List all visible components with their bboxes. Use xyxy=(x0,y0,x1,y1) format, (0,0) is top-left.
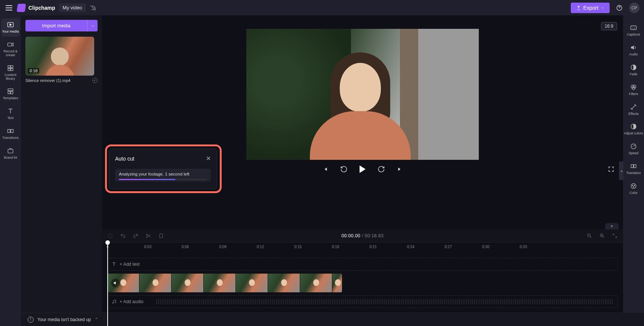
fullscreen-button[interactable] xyxy=(607,165,616,174)
progress-status: Analyzing your footage, 1 second left xyxy=(119,172,207,176)
ruler-tick: 0:30 xyxy=(482,245,489,249)
auto-cut-popup: Auto cut ✕ Analyzing your footage, 1 sec… xyxy=(109,149,217,189)
main-area: 16:9 Auto cut ✕ Analyzing your footage, … xyxy=(102,15,623,326)
rail-color[interactable]: Color xyxy=(624,180,643,198)
popup-close-button[interactable]: ✕ xyxy=(206,155,211,162)
logo-icon xyxy=(16,4,26,12)
app-name: Clipchamp xyxy=(28,5,55,11)
rail-fade[interactable]: Fade xyxy=(624,61,643,79)
svg-rect-12 xyxy=(8,149,13,153)
ruler-tick: 0:09 xyxy=(219,245,227,249)
media-clip-thumbnail[interactable]: 0:18 xyxy=(25,37,94,76)
ruler-tick: 0:06 xyxy=(182,245,189,249)
svg-rect-2 xyxy=(8,43,12,46)
timeline-collapse-button[interactable]: ▾ xyxy=(605,223,619,229)
ruler-tick: 0:15 xyxy=(295,245,302,249)
backup-message: Your media isn't backed up xyxy=(37,317,91,322)
nav-content-library[interactable]: Content library xyxy=(1,62,20,84)
right-panel-expand[interactable]: ◂ xyxy=(619,161,623,180)
crop-button[interactable] xyxy=(157,232,165,240)
zoom-in-button[interactable] xyxy=(598,232,606,240)
svg-point-31 xyxy=(631,183,636,188)
playhead[interactable] xyxy=(107,242,108,326)
text-icon xyxy=(6,107,15,115)
video-track-clip[interactable] xyxy=(107,274,342,292)
magic-tool[interactable] xyxy=(107,232,114,240)
nav-transitions[interactable]: Transitions xyxy=(1,125,20,143)
waveform-preview xyxy=(156,299,614,304)
rail-captions[interactable]: Captions xyxy=(624,21,643,40)
skip-end-button[interactable] xyxy=(395,165,404,174)
svg-point-16 xyxy=(147,237,148,238)
rail-adjust-colors[interactable]: Adjust colors xyxy=(624,120,643,138)
svg-rect-11 xyxy=(11,130,13,132)
speed-icon xyxy=(629,142,638,150)
warning-icon: ! xyxy=(28,317,34,323)
ruler-tick: 0:12 xyxy=(257,245,264,249)
nav-text[interactable]: Text xyxy=(1,105,20,123)
rail-audio[interactable]: Audio xyxy=(624,41,643,60)
clip-audio-icon[interactable] xyxy=(111,278,120,287)
clip-status-icon: ✓ xyxy=(92,78,98,83)
ruler-tick: 0:03 xyxy=(144,245,151,249)
redo-button[interactable] xyxy=(132,232,139,240)
svg-rect-8 xyxy=(8,91,10,94)
brand-kit-icon xyxy=(6,147,15,155)
nav-brand-kit[interactable]: Brand kit xyxy=(1,144,20,163)
help-button[interactable] xyxy=(614,3,625,13)
contrast-icon xyxy=(629,122,638,131)
rail-effects[interactable]: Effects xyxy=(624,101,643,119)
user-avatar[interactable]: CP xyxy=(629,3,640,13)
rail-transition[interactable]: Transition xyxy=(624,160,643,178)
import-media-button[interactable]: Import media xyxy=(25,20,87,31)
svg-rect-7 xyxy=(8,89,13,91)
timeline-ruler[interactable]: 00:030:060:090:120:150:180:210:240:270:3… xyxy=(102,242,623,254)
svg-point-15 xyxy=(147,234,148,235)
ruler-tick: 0:24 xyxy=(407,245,414,249)
fade-icon xyxy=(629,63,638,71)
forward-button[interactable] xyxy=(377,165,386,174)
ruler-tick: 0:18 xyxy=(332,245,339,249)
clip-filename: Silence remover (1).mp4 xyxy=(25,78,70,83)
ruler-tick: 0:33 xyxy=(520,245,527,249)
cloud-sync-off-icon[interactable] xyxy=(90,4,96,11)
project-name[interactable]: My video xyxy=(59,3,86,12)
import-dropdown-button[interactable] xyxy=(87,20,98,31)
rail-speed[interactable]: Speed xyxy=(624,140,643,158)
zoom-fit-button[interactable] xyxy=(611,232,619,240)
svg-rect-10 xyxy=(8,130,10,132)
ruler-tick: 0:21 xyxy=(370,245,377,249)
export-button[interactable]: Export xyxy=(571,3,610,13)
skip-start-button[interactable] xyxy=(321,165,330,174)
library-icon xyxy=(6,64,15,72)
svg-rect-17 xyxy=(160,234,163,238)
rewind-button[interactable] xyxy=(339,165,348,174)
nav-record-create[interactable]: Record & create xyxy=(1,38,20,60)
aspect-ratio-button[interactable]: 16:9 xyxy=(601,22,617,30)
popup-title: Auto cut xyxy=(115,156,134,162)
filters-icon xyxy=(629,83,638,91)
footer-expand-icon[interactable]: ⌃ xyxy=(95,317,98,322)
video-preview[interactable] xyxy=(246,29,479,160)
text-icon xyxy=(111,262,117,267)
text-track[interactable]: + Add text xyxy=(107,258,618,271)
nav-templates[interactable]: Templates xyxy=(1,85,20,103)
captions-icon xyxy=(629,24,638,32)
rail-filters[interactable]: Filters xyxy=(624,81,643,99)
left-nav-rail: Your media Record & create Content libra… xyxy=(0,15,21,326)
split-button[interactable] xyxy=(145,232,152,240)
speaker-icon xyxy=(629,43,638,52)
svg-rect-29 xyxy=(631,165,633,168)
app-logo[interactable]: Clipchamp xyxy=(17,4,55,12)
zoom-out-button[interactable] xyxy=(586,232,593,240)
svg-point-34 xyxy=(633,187,634,188)
undo-button[interactable] xyxy=(119,232,127,240)
media-icon xyxy=(6,21,15,29)
nav-your-media[interactable]: Your media xyxy=(1,18,20,37)
audio-track[interactable]: + Add audio xyxy=(107,295,618,308)
play-button[interactable] xyxy=(358,165,367,174)
transition-icon xyxy=(629,162,638,170)
media-panel: Import media 0:18 Silence remover (1).mp… xyxy=(21,15,102,326)
menu-button[interactable] xyxy=(4,3,13,12)
ruler-tick: 0:27 xyxy=(445,245,452,249)
